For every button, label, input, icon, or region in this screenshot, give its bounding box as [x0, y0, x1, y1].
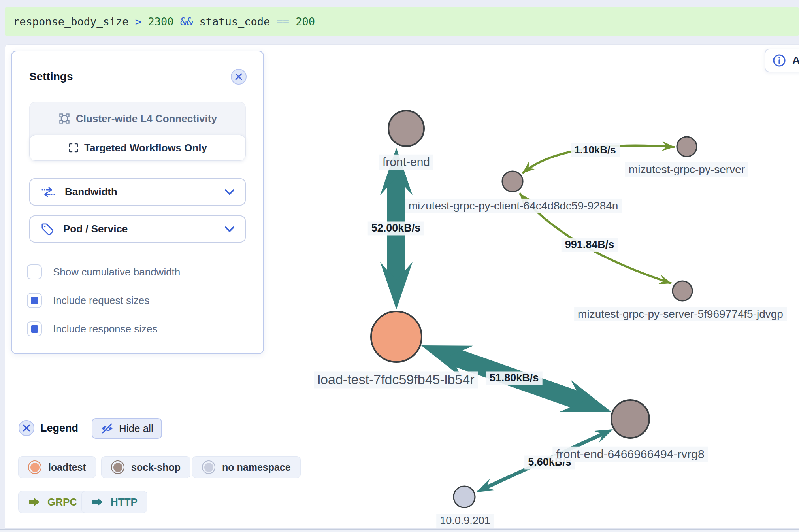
include-response-sizes-row: Include response sizes: [27, 320, 157, 338]
hide-all-button[interactable]: Hide all: [92, 418, 162, 439]
legend-chip-label: loadtest: [48, 462, 86, 473]
settings-panel: Settings Cluster-wide L4 Connectivit: [11, 51, 264, 354]
cluster-icon: [58, 112, 71, 125]
legend-chip-label: no namespace: [222, 462, 291, 473]
namespace-color-swatch: [28, 460, 41, 474]
settings-divider: [29, 94, 246, 94]
chevron-down-icon: [224, 189, 235, 196]
settings-close-button[interactable]: [231, 69, 247, 85]
graph-edge-loadtest-frontendpod[interactable]: [421, 345, 612, 412]
legend-chip-no-namespace[interactable]: no namespace: [192, 456, 301, 478]
include-request-sizes-row: Include request sizes: [27, 292, 149, 309]
checkbox-label: Include request sizes: [53, 294, 149, 307]
graph-edge-frontend-loadtest[interactable]: [380, 148, 413, 309]
graph-node-grpc-client[interactable]: [502, 171, 523, 192]
legend-chip-http[interactable]: HTTP: [81, 491, 147, 513]
legend-chip-loadtest[interactable]: loadtest: [18, 456, 96, 478]
toggle-option-cluster-wide[interactable]: Cluster-wide L4 Connectivity: [30, 102, 245, 135]
graph-node-ip-10-0-9-201[interactable]: [454, 486, 475, 507]
graph-node-grpc-server-pod[interactable]: [673, 281, 692, 301]
agent-info-button[interactable]: Ag: [765, 49, 799, 72]
close-icon: [234, 72, 243, 81]
bandwidth-select-label: Bandwidth: [65, 186, 216, 198]
hide-all-label: Hide all: [119, 423, 153, 435]
bandwidth-select[interactable]: Bandwidth: [29, 178, 246, 206]
show-cumulative-bandwidth-row: Show cumulative bandwidth: [27, 263, 180, 281]
eye-off-icon: [100, 423, 114, 434]
graph-node-front-end-pod[interactable]: [611, 400, 649, 438]
include-request-sizes-checkbox[interactable]: [27, 293, 42, 308]
graph-edge-frontendpod-ip[interactable]: [476, 429, 613, 492]
view-mode-toggle: Cluster-wide L4 Connectivity Targeted Wo…: [29, 102, 246, 160]
info-icon: [773, 54, 786, 67]
legend-chip-grpc[interactable]: GRPC: [18, 491, 87, 513]
namespace-color-swatch: [202, 460, 215, 474]
legend-close-button[interactable]: [19, 420, 34, 436]
crop-icon: [68, 142, 79, 153]
graph-node-front-end[interactable]: [388, 111, 424, 146]
checkbox-label: Show cumulative bandwidth: [53, 266, 180, 278]
legend-chip-label: HTTP: [111, 496, 138, 508]
node-grouping-select[interactable]: Pod / Service: [29, 215, 246, 243]
show-cumulative-bandwidth-checkbox[interactable]: [27, 264, 42, 279]
agent-info-label: Ag: [792, 55, 799, 67]
arrow-right-icon: [91, 496, 104, 507]
legend-title: Legend: [40, 422, 78, 434]
bandwidth-arrows-icon: [40, 185, 56, 199]
arrow-right-icon: [28, 496, 41, 507]
toggle-option-label: Cluster-wide L4 Connectivity: [76, 113, 217, 125]
legend-chip-label: sock-shop: [131, 462, 181, 473]
graph-edge-client-server[interactable]: [522, 141, 675, 173]
chevron-down-icon: [224, 226, 235, 233]
namespace-color-swatch: [111, 460, 124, 474]
app-root: response_body_size > 2300 && status_code…: [0, 0, 799, 532]
include-response-sizes-checkbox[interactable]: [27, 321, 42, 336]
graph-edge-client-serverpod[interactable]: [520, 193, 671, 284]
close-icon: [22, 424, 31, 432]
tag-icon: [40, 222, 55, 236]
toggle-option-targeted-workflows[interactable]: Targeted Workflows Only: [30, 135, 245, 161]
settings-panel-title: Settings: [29, 70, 73, 83]
legend-chip-sock-shop[interactable]: sock-shop: [101, 456, 190, 478]
checkbox-label: Include response sizes: [53, 323, 157, 335]
legend-chip-label: GRPC: [47, 496, 77, 508]
node-grouping-select-label: Pod / Service: [63, 223, 216, 235]
toggle-option-label: Targeted Workflows Only: [84, 142, 207, 154]
graph-node-load-test[interactable]: [371, 311, 422, 362]
graph-node-grpc-server[interactable]: [677, 137, 697, 157]
